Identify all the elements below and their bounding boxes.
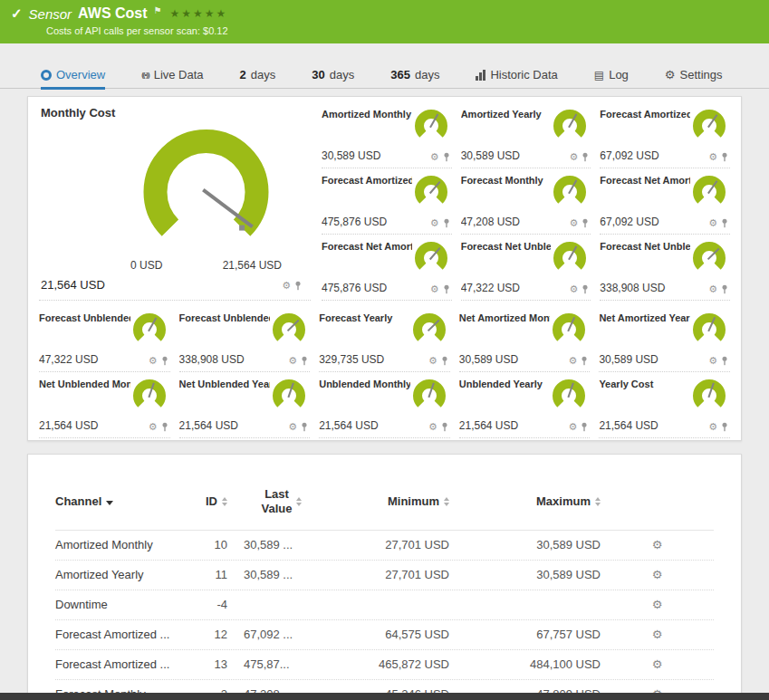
gauge-amortized-monthly[interactable]: Amortized Monthly30,589 USD⚙ xyxy=(322,102,452,168)
gear-icon[interactable]: ⚙ xyxy=(569,152,578,162)
gear-icon[interactable]: ⚙ xyxy=(569,218,578,228)
gear-icon[interactable]: ⚙ xyxy=(430,152,439,162)
gauge-value: 30,589 USD xyxy=(459,353,551,366)
tab-30-days[interactable]: 30days xyxy=(312,68,354,88)
gear-icon[interactable]: ⚙ xyxy=(288,356,297,366)
gauge-forecast-net-amortized-yearly[interactable]: Forecast Net Amortized Yearly475,876 USD… xyxy=(322,235,452,301)
pin-icon[interactable] xyxy=(443,218,450,228)
column-header-maximum[interactable]: Maximum xyxy=(449,494,601,509)
pin-icon[interactable] xyxy=(582,218,589,228)
gauge-unblended-monthly[interactable]: Unblended Monthly21,564 USD⚙ xyxy=(319,372,450,438)
tab-log[interactable]: ▤Log xyxy=(594,68,629,88)
column-header-channel[interactable]: Channel xyxy=(55,494,191,509)
column-header-id[interactable]: ID xyxy=(191,494,227,509)
cell-channel: Forecast Amortized ... xyxy=(55,628,191,641)
gear-icon[interactable]: ⚙ xyxy=(569,356,578,366)
gauge-action-icons: ⚙ xyxy=(708,152,728,162)
gear-icon[interactable]: ⚙ xyxy=(569,422,578,432)
pin-icon[interactable] xyxy=(581,356,588,366)
gear-icon[interactable]: ⚙ xyxy=(430,218,439,228)
cell-maximum: 484,100 USD xyxy=(449,657,601,671)
gauge-forecast-unblended-yearly[interactable]: Forecast Unblended Yearly338,908 USD⚙ xyxy=(179,306,311,372)
gauge-net-amortized-yearly[interactable]: Net Amortized Yearly30,589 USD⚙ xyxy=(599,306,730,372)
priority-stars[interactable]: ★★★★★ xyxy=(170,7,228,20)
pin-icon[interactable] xyxy=(443,152,450,162)
footer-bar xyxy=(0,693,769,700)
gear-icon[interactable]: ⚙ xyxy=(708,218,717,228)
gauge-value: 21,564 USD xyxy=(599,419,690,432)
gauge-forecast-net-unblended-yearly[interactable]: Forecast Net Unblended Yearly338,908 USD… xyxy=(600,235,730,301)
flag-icon[interactable]: ⚑ xyxy=(154,5,162,15)
column-header-last_value[interactable]: Last Value xyxy=(227,487,336,517)
table-row-amortized-monthly: Amortized Monthly1030,589 ...27,701 USD3… xyxy=(55,531,714,561)
gauge-net-unblended-yearly[interactable]: Net Unblended Yearly21,564 USD⚙ xyxy=(179,372,311,438)
gear-icon[interactable]: ⚙ xyxy=(708,284,717,294)
gauge-net-amortized-monthly[interactable]: Net Amortized Monthly30,589 USD⚙ xyxy=(459,306,591,372)
channel-settings-icon[interactable]: ⚙ xyxy=(652,538,663,551)
gear-icon[interactable]: ⚙ xyxy=(149,356,158,366)
cell-channel: Amortized Yearly xyxy=(55,568,191,581)
gear-icon[interactable]: ⚙ xyxy=(569,284,578,294)
pin-icon[interactable] xyxy=(721,284,728,294)
cell-last-value: 475,87... xyxy=(227,657,336,671)
pin-icon[interactable] xyxy=(301,356,308,366)
pin-icon[interactable] xyxy=(441,422,448,432)
gauge-forecast-monthly[interactable]: Forecast Monthly47,208 USD⚙ xyxy=(461,168,591,235)
gauge-action-icons: ⚙ xyxy=(149,422,168,432)
gear-icon[interactable]: ⚙ xyxy=(282,281,291,291)
gauge-label: Net Unblended Yearly xyxy=(179,379,271,389)
gauge-yearly-cost[interactable]: Yearly Cost21,564 USD⚙ xyxy=(599,372,730,438)
gauge-amortized-yearly[interactable]: Amortized Yearly30,589 USD⚙ xyxy=(461,102,591,168)
tab-overview[interactable]: Overview xyxy=(41,68,105,90)
tab-historic-data[interactable]: Historic Data xyxy=(476,68,557,88)
gear-icon[interactable]: ⚙ xyxy=(428,422,437,432)
pin-icon[interactable] xyxy=(582,284,589,294)
pin-icon[interactable] xyxy=(721,152,728,162)
gauge-action-icons: ⚙ xyxy=(569,422,589,432)
pin-icon[interactable] xyxy=(582,152,589,162)
tab-settings[interactable]: ⚙Settings xyxy=(665,68,723,88)
pin-icon[interactable] xyxy=(161,356,168,366)
gauge-value: 47,322 USD xyxy=(461,282,552,294)
pin-icon[interactable] xyxy=(721,422,728,432)
overview-icon xyxy=(41,70,52,81)
gauge-forecast-amortized-monthly[interactable]: Forecast Amortized Monthly67,092 USD⚙ xyxy=(600,102,730,168)
pin-icon[interactable] xyxy=(294,281,302,291)
primary-gauge-monthly-cost[interactable]: Monthly Cost 0 USD 21,564 USD 21,564 USD… xyxy=(39,102,311,301)
pin-icon[interactable] xyxy=(581,422,588,432)
gear-icon[interactable]: ⚙ xyxy=(708,356,717,366)
gear-icon[interactable]: ⚙ xyxy=(708,152,717,162)
gauge-unblended-yearly[interactable]: Unblended Yearly21,564 USD⚙ xyxy=(459,372,591,438)
pin-icon[interactable] xyxy=(441,356,448,366)
channel-settings-icon[interactable]: ⚙ xyxy=(652,598,663,611)
gauge-forecast-amortized-yearly[interactable]: Forecast Amortized Yearly475,876 USD⚙ xyxy=(322,168,452,235)
gear-icon[interactable]: ⚙ xyxy=(708,422,717,432)
gauge-forecast-yearly[interactable]: Forecast Yearly329,735 USD⚙ xyxy=(319,306,450,372)
gear-icon[interactable]: ⚙ xyxy=(430,284,439,294)
gear-icon[interactable]: ⚙ xyxy=(149,422,158,432)
gear-icon[interactable]: ⚙ xyxy=(288,422,297,432)
channel-settings-icon[interactable]: ⚙ xyxy=(652,568,663,581)
gauge-forecast-net-amortized-mont[interactable]: Forecast Net Amortized Mont...67,092 USD… xyxy=(600,168,730,235)
channel-settings-icon[interactable]: ⚙ xyxy=(652,628,663,641)
pin-icon[interactable] xyxy=(443,284,450,294)
gauge-net-unblended-monthly[interactable]: Net Unblended Monthly21,564 USD⚙ xyxy=(39,372,170,438)
tab-2-days[interactable]: 2days xyxy=(240,68,276,88)
pin-icon[interactable] xyxy=(721,218,728,228)
gauge-action-icons: ⚙ xyxy=(428,356,448,366)
gauge-action-icons: ⚙ xyxy=(428,422,448,432)
tab-365-days[interactable]: 365days xyxy=(390,68,439,88)
channel-settings-icon[interactable]: ⚙ xyxy=(652,657,663,671)
pin-icon[interactable] xyxy=(301,422,308,432)
gauge-value: 67,092 USD xyxy=(600,149,690,162)
gauge-label: Forecast Yearly xyxy=(319,312,410,323)
pin-icon[interactable] xyxy=(161,422,168,432)
gauge-forecast-net-unblended-mon[interactable]: Forecast Net Unblended Mon...47,322 USD⚙ xyxy=(461,235,591,301)
gauge-action-icons: ⚙ xyxy=(282,281,302,291)
pin-icon[interactable] xyxy=(721,356,728,366)
tab-live-data[interactable]: ((•))Live Data xyxy=(141,68,203,88)
cell-maximum: 67,757 USD xyxy=(449,628,601,641)
gauge-forecast-unblended-monthly[interactable]: Forecast Unblended Monthly47,322 USD⚙ xyxy=(39,306,170,372)
gear-icon[interactable]: ⚙ xyxy=(428,356,437,366)
column-header-minimum[interactable]: Minimum xyxy=(336,494,449,509)
